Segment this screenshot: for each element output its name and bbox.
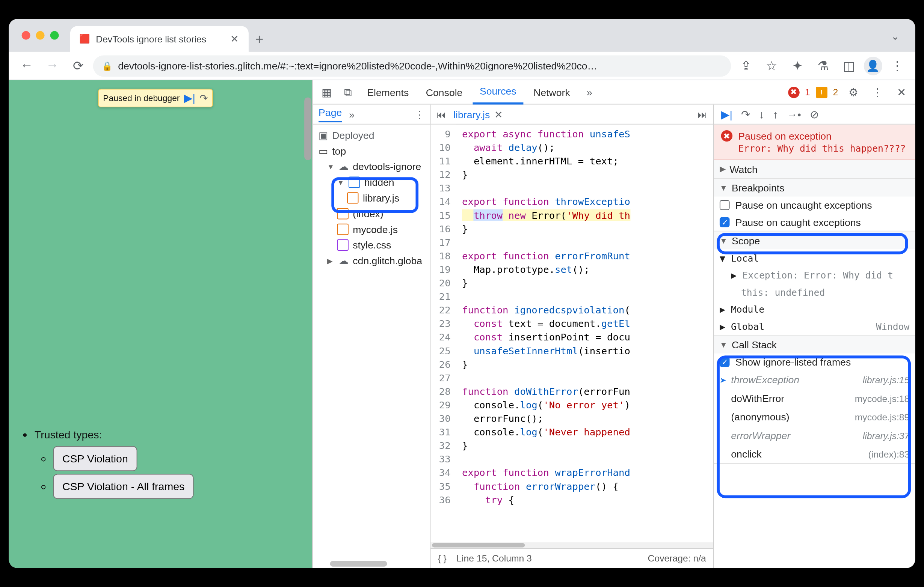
close-devtools-icon[interactable]: ✕ — [893, 86, 911, 98]
navigator-menu-icon[interactable]: ⋮ — [414, 109, 424, 120]
frame-location: (index):83 — [868, 449, 909, 459]
toggle-debugger-icon[interactable]: ⏭ — [698, 109, 708, 120]
new-tab-button[interactable]: + — [249, 31, 270, 52]
scope-exception-row[interactable]: ▶ Exception: Error: Why did t — [714, 266, 915, 284]
profile-avatar[interactable]: 👤 — [864, 56, 882, 75]
settings-icon[interactable]: ⚙ — [844, 86, 862, 98]
tab-sources[interactable]: Sources — [472, 80, 524, 104]
deactivate-breakpoints-button[interactable]: ⊘ — [810, 108, 819, 120]
deployed-label: Deployed — [332, 130, 374, 141]
callstack-frame[interactable]: throwExceptionlibrary.js:15 — [714, 370, 915, 389]
tree-top[interactable]: ▭ top — [313, 143, 430, 159]
step-over-button[interactable]: ↷ — [741, 108, 751, 120]
list-item: CSP Violation - All frames — [53, 474, 305, 499]
pause-caught-row[interactable]: ✓ Pause on caught exceptions — [714, 214, 915, 231]
js-file-icon — [347, 192, 358, 204]
resume-button[interactable]: ▶| — [721, 108, 733, 120]
trusted-types-heading: Trusted types: — [35, 428, 305, 442]
resume-icon[interactable]: ▶| — [184, 92, 195, 104]
tree-file-index[interactable]: (index) — [313, 206, 430, 222]
extensions-icon[interactable]: ✦ — [787, 55, 808, 76]
js-file-icon — [337, 224, 348, 235]
list-item: CSP Violation — [53, 446, 305, 471]
tree-hidden-folder[interactable]: ▼ hidden — [313, 174, 430, 190]
device-toolbar-icon[interactable]: ⧉ — [338, 86, 357, 98]
sidepanel-icon[interactable]: ◫ — [838, 55, 860, 76]
tree-deployed[interactable]: ▣ Deployed — [313, 127, 430, 143]
scope-module-row[interactable]: ▶ Module — [714, 301, 915, 318]
pause-uncaught-checkbox[interactable] — [719, 200, 730, 210]
editor-hscroll-thumb[interactable] — [432, 543, 525, 547]
exception-label: Exception: Error: Why did t — [742, 270, 893, 280]
scope-local-row[interactable]: ▼ Local — [714, 249, 915, 266]
callstack-frame[interactable]: doWithErrormycode.js:18 — [714, 389, 915, 408]
navigator-more-icon[interactable]: » — [349, 109, 355, 120]
callstack-section-header[interactable]: ▼ Call Stack — [714, 335, 915, 354]
address-bar[interactable]: 🔒 devtools-ignore-list-stories.glitch.me… — [93, 55, 731, 76]
reload-button[interactable]: ⟳ — [67, 55, 89, 76]
inspect-element-icon[interactable]: ▦ — [317, 86, 335, 98]
tab-elements[interactable]: Elements — [360, 80, 416, 104]
callstack-frame[interactable]: onclick(index):83 — [714, 445, 915, 463]
page-viewport: Paused in debugger ▶| ↷ x x WebAssembly … — [9, 80, 312, 568]
watch-section-header[interactable]: ▶ Watch — [714, 160, 915, 178]
minimize-window-icon[interactable] — [36, 31, 45, 40]
scope-section-header[interactable]: ▼ Scope — [714, 232, 915, 250]
browser-tab[interactable]: 🟥 DevTools ignore list stories ✕ — [70, 26, 249, 52]
editor-tab-library[interactable]: library.js ✕ — [453, 109, 503, 120]
step-button[interactable]: →• — [787, 108, 801, 120]
browser-menu-icon[interactable]: ⋮ — [887, 55, 908, 76]
this-label: this: — [741, 287, 769, 298]
pause-caught-checkbox[interactable]: ✓ — [719, 217, 730, 227]
editor-hscroll[interactable] — [431, 543, 713, 548]
watch-label: Watch — [730, 163, 757, 174]
scope-global-row[interactable]: ▶ Global Window — [714, 318, 915, 335]
warning-count-badge[interactable]: ! — [816, 86, 827, 98]
tree-file-mycode[interactable]: mycode.js — [313, 222, 430, 237]
undefined-value: undefined — [774, 287, 825, 298]
close-file-icon[interactable]: ✕ — [494, 109, 503, 120]
frame-location: library.js:37 — [863, 430, 909, 441]
hidden-label: hidden — [364, 176, 394, 187]
csp-violation-all-button[interactable]: CSP Violation - All frames — [53, 474, 194, 499]
step-out-button[interactable]: ↑ — [773, 108, 778, 120]
nav-back-button[interactable]: ← — [16, 55, 38, 76]
breakpoints-section-header[interactable]: ▼ Breakpoints — [714, 179, 915, 196]
share-icon[interactable]: ⇪ — [736, 55, 757, 76]
code-area[interactable]: 9 10 11 12 13 14 15 16 17 18 19 20 21 22… — [431, 125, 713, 543]
error-count-badge[interactable]: ✖ — [788, 86, 799, 98]
more-tabs-icon[interactable]: » — [580, 86, 598, 98]
close-tab-icon[interactable]: ✕ — [230, 33, 239, 44]
tabs-overflow-icon[interactable]: ⌄ — [891, 30, 899, 42]
tree-cdn[interactable]: ▶ ☁ cdn.glitch.globa — [313, 253, 430, 269]
step-over-icon[interactable]: ↷ — [200, 92, 208, 104]
pretty-print-icon[interactable]: { } — [437, 553, 446, 564]
labs-icon[interactable]: ⚗ — [812, 55, 834, 76]
tree-file-style[interactable]: style.css — [313, 237, 430, 253]
callstack-frame[interactable]: (anonymous)mycode.js:89 — [714, 408, 915, 426]
close-window-icon[interactable] — [22, 31, 30, 40]
tab-favicon: 🟥 — [79, 33, 90, 44]
expand-icon: ▶ — [327, 257, 334, 265]
navigator-hscroll-thumb[interactable] — [330, 561, 387, 567]
step-into-button[interactable]: ↓ — [759, 108, 764, 120]
csp-violation-button[interactable]: CSP Violation — [53, 446, 137, 471]
lock-icon: 🔒 — [102, 61, 113, 71]
deploy-icon: ▣ — [318, 130, 328, 141]
nav-forward-button[interactable]: → — [42, 55, 63, 76]
maximize-window-icon[interactable] — [50, 31, 59, 40]
tree-file-library[interactable]: library.js — [313, 190, 430, 206]
tab-console[interactable]: Console — [419, 80, 470, 104]
tree-origin[interactable]: ▼ ☁ devtools-ignore — [313, 159, 430, 174]
navigator-page-tab[interactable]: Page — [318, 106, 342, 122]
bookmark-icon[interactable]: ☆ — [761, 55, 782, 76]
show-ignore-listed-row[interactable]: ✓ Show ignore-listed frames — [714, 354, 915, 371]
pause-uncaught-row[interactable]: Pause on uncaught exceptions — [714, 197, 915, 214]
collapse-icon: ▶ — [719, 321, 725, 332]
show-ignore-listed-checkbox[interactable]: ✓ — [719, 357, 730, 367]
tab-network[interactable]: Network — [526, 80, 578, 104]
page-scrollbar-thumb[interactable] — [304, 98, 311, 160]
callstack-frame[interactable]: errorWrapperlibrary.js:37 — [714, 426, 915, 444]
devtools-menu-icon[interactable]: ⋮ — [868, 86, 886, 98]
toggle-navigator-icon[interactable]: ⏮ — [436, 109, 447, 120]
